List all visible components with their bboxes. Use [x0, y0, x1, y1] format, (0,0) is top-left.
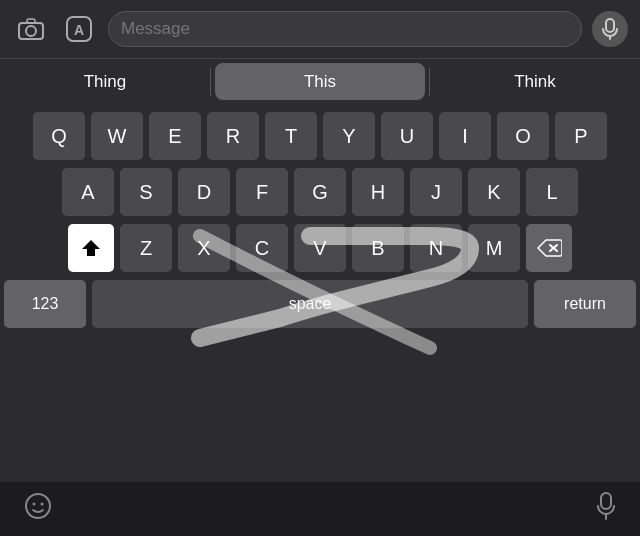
- message-input-wrap[interactable]: [108, 11, 582, 47]
- key-p[interactable]: P: [555, 112, 607, 160]
- svg-point-9: [26, 494, 50, 518]
- key-f[interactable]: F: [236, 168, 288, 216]
- return-button[interactable]: return: [534, 280, 636, 328]
- key-s[interactable]: S: [120, 168, 172, 216]
- key-e[interactable]: E: [149, 112, 201, 160]
- top-bar: A: [0, 0, 640, 58]
- key-t[interactable]: T: [265, 112, 317, 160]
- space-label: space: [289, 295, 332, 313]
- key-row-2: A S D F G H J K L: [4, 168, 636, 216]
- key-b[interactable]: B: [352, 224, 404, 272]
- keyboard: Q W E R T Y U I O P A S D F G H J K L Z …: [0, 104, 640, 482]
- svg-text:A: A: [74, 22, 84, 38]
- shift-button[interactable]: [68, 224, 114, 272]
- key-l[interactable]: L: [526, 168, 578, 216]
- key-w[interactable]: W: [91, 112, 143, 160]
- key-y[interactable]: Y: [323, 112, 375, 160]
- key-g[interactable]: G: [294, 168, 346, 216]
- autocomplete-think[interactable]: Think: [430, 59, 640, 104]
- key-d[interactable]: D: [178, 168, 230, 216]
- key-row-4: 123 space return: [4, 280, 636, 328]
- emoji-button[interactable]: [24, 492, 52, 526]
- svg-rect-5: [606, 19, 614, 32]
- camera-button[interactable]: [12, 10, 50, 48]
- autocomplete-this-label: This: [304, 72, 336, 92]
- key-a[interactable]: A: [62, 168, 114, 216]
- bottom-bar: [0, 482, 640, 536]
- key-r[interactable]: R: [207, 112, 259, 160]
- key-n[interactable]: N: [410, 224, 462, 272]
- space-button[interactable]: space: [92, 280, 528, 328]
- svg-rect-12: [601, 493, 611, 509]
- autocomplete-bar: Thing This Think: [0, 58, 640, 104]
- autocomplete-thing-label: Thing: [84, 72, 127, 92]
- autocomplete-thing[interactable]: Thing: [0, 59, 210, 104]
- svg-point-11: [41, 503, 44, 506]
- key-k[interactable]: K: [468, 168, 520, 216]
- key-u[interactable]: U: [381, 112, 433, 160]
- return-label: return: [564, 295, 606, 313]
- autocomplete-think-label: Think: [514, 72, 556, 92]
- key-row-3: Z X C V B N M: [4, 224, 636, 272]
- autocomplete-divider-1: [210, 68, 211, 96]
- key-o[interactable]: O: [497, 112, 549, 160]
- key-j[interactable]: J: [410, 168, 462, 216]
- numbers-button[interactable]: 123: [4, 280, 86, 328]
- delete-button[interactable]: [526, 224, 572, 272]
- key-m[interactable]: M: [468, 224, 520, 272]
- key-v[interactable]: V: [294, 224, 346, 272]
- svg-point-1: [26, 26, 36, 36]
- key-h[interactable]: H: [352, 168, 404, 216]
- key-z[interactable]: Z: [120, 224, 172, 272]
- key-x[interactable]: X: [178, 224, 230, 272]
- key-c[interactable]: C: [236, 224, 288, 272]
- mic-bottom-button[interactable]: [596, 492, 616, 526]
- svg-point-10: [33, 503, 36, 506]
- appstore-button[interactable]: A: [60, 10, 98, 48]
- key-row-1: Q W E R T Y U I O P: [4, 112, 636, 160]
- key-q[interactable]: Q: [33, 112, 85, 160]
- key-i[interactable]: I: [439, 112, 491, 160]
- svg-rect-2: [27, 19, 35, 23]
- autocomplete-this[interactable]: This: [215, 63, 425, 100]
- message-input[interactable]: [121, 19, 569, 39]
- mic-button[interactable]: [592, 11, 628, 47]
- numbers-label: 123: [32, 295, 59, 313]
